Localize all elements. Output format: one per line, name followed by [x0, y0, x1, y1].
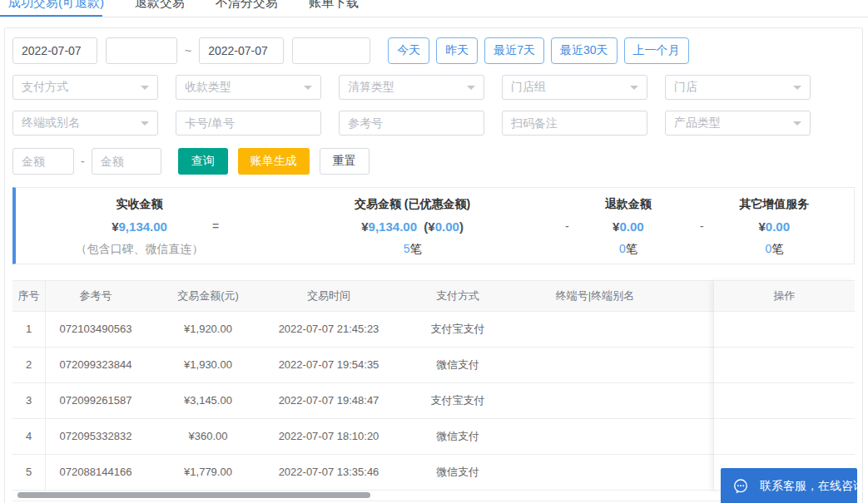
summary-refund-label: 退款金额	[562, 193, 695, 215]
payment-method-select-label: 支付方式	[22, 80, 68, 95]
chevron-down-icon	[630, 86, 638, 90]
card-number-input[interactable]	[176, 111, 321, 136]
tab-refund-trades[interactable]: 退款交易	[135, 0, 185, 16]
summary-minus-sign: -	[565, 215, 569, 238]
header-reference: 参考号	[46, 281, 146, 311]
date-from-input[interactable]	[12, 37, 97, 64]
header-method: 支付方式	[387, 281, 528, 311]
collection-type-select[interactable]: 收款类型	[176, 75, 321, 100]
summary-refund-amount: ¥0.00	[562, 215, 695, 238]
horizontal-scrollbar-thumb[interactable]	[17, 492, 370, 498]
search-button[interactable]: 查询	[178, 148, 228, 175]
filter-row-2: 终端或别名 产品类型	[12, 111, 855, 136]
summary-trade-amount: ¥9,134.00 (¥0.00)	[263, 215, 562, 238]
reference-number-input[interactable]	[339, 111, 484, 136]
store-group-select-label: 门店组	[511, 80, 546, 95]
cell-seq: 3	[12, 383, 46, 418]
chevron-down-icon	[141, 86, 149, 90]
generate-bill-button[interactable]: 账单生成	[238, 148, 310, 175]
product-type-select[interactable]: 产品类型	[665, 111, 811, 136]
summary-refund: 退款金额 ¥0.00 0笔	[562, 193, 695, 259]
tab-bill-download[interactable]: 账单下载	[309, 0, 359, 16]
chevron-down-icon	[304, 86, 312, 90]
chevron-down-icon	[141, 121, 149, 126]
cell-terminal	[528, 419, 662, 454]
cell-time: 2022-07-07 19:54:35	[270, 348, 387, 382]
cell-method: 微信支付	[387, 419, 528, 454]
cell-action	[714, 312, 855, 348]
summary-refund-count: 0笔	[562, 238, 695, 260]
cell-action	[714, 383, 855, 419]
quick-range-7days-button[interactable]: 最近7天	[484, 37, 544, 64]
cell-seq: 1	[12, 312, 46, 347]
amount-min-input[interactable]	[12, 148, 74, 175]
cell-terminal	[528, 312, 662, 347]
cell-method: 微信支付	[387, 455, 528, 490]
tab-bar: 成功交易(可退款) 退款交易 不清分交易 账单下载	[0, 0, 868, 17]
settlement-type-select[interactable]: 清算类型	[339, 75, 484, 100]
summary-trade-label: 交易金额 (已优惠金额)	[263, 193, 562, 215]
summary-received-note: （包含口碑、微信直连）	[16, 238, 263, 260]
cell-time: 2022-07-07 18:10:20	[270, 419, 387, 454]
cell-amount: ¥1,930.00	[146, 348, 270, 382]
tab-success-trades[interactable]: 成功交易(可退款)	[8, 0, 104, 16]
header-action: 操作	[714, 280, 855, 312]
summary-equals-sign: =	[212, 215, 219, 238]
header-amount: 交易金额(元)	[146, 281, 270, 311]
cell-amount: ¥1,779.00	[146, 455, 270, 490]
summary-trade: 交易金额 (已优惠金额) ¥9,134.00 (¥0.00) 5笔	[263, 193, 562, 259]
cell-terminal	[528, 455, 662, 490]
tab-unsettled-trades[interactable]: 不清分交易	[216, 0, 278, 16]
amount-filter-row: - 查询 账单生成 重置	[12, 148, 855, 175]
amount-max-input[interactable]	[92, 148, 161, 175]
cell-reference: 072103490563	[46, 312, 146, 347]
cell-time: 2022-07-07 21:45:23	[270, 312, 387, 347]
summary-other-amount: ¥0.00	[695, 215, 854, 238]
reset-button[interactable]: 重置	[320, 148, 370, 175]
active-tab-underline	[0, 15, 102, 17]
time-from-input[interactable]	[106, 37, 177, 64]
payment-method-select[interactable]: 支付方式	[12, 75, 158, 100]
chevron-down-icon	[467, 86, 475, 90]
cell-reference: 072099323844	[46, 348, 146, 382]
quick-range-yesterday-button[interactable]: 昨天	[436, 37, 478, 64]
cell-method: 微信支付	[387, 348, 528, 382]
summary-other-count: 0笔	[695, 238, 854, 260]
cell-action	[714, 348, 855, 383]
summary-other-services: 其它增值服务 ¥0.00 0笔	[695, 193, 854, 259]
store-group-select[interactable]: 门店组	[502, 75, 647, 100]
contact-support-button[interactable]: 联系客服，在线咨询	[721, 468, 857, 503]
cell-amount: ¥1,920.00	[146, 312, 270, 347]
quick-range-today-button[interactable]: 今天	[388, 37, 429, 64]
filter-row-1: 支付方式 收款类型 清算类型 门店组 门店	[12, 75, 855, 100]
chevron-down-icon	[793, 86, 801, 90]
quick-range-30days-button[interactable]: 最近30天	[551, 37, 618, 64]
scan-remark-input[interactable]	[502, 111, 647, 136]
cell-action	[714, 419, 855, 455]
date-range-separator: ~	[185, 44, 191, 57]
store-select[interactable]: 门店	[665, 75, 811, 100]
quick-range-lastmonth-button[interactable]: 上一个月	[624, 37, 689, 64]
cell-amount: ¥360.00	[146, 419, 270, 454]
collection-type-select-label: 收款类型	[185, 80, 231, 95]
cell-seq: 2	[12, 348, 46, 382]
header-seq: 序号	[12, 281, 46, 311]
summary-received-label: 实收金额	[16, 193, 263, 215]
summary-minus-sign: -	[700, 215, 704, 238]
cell-time: 2022-07-07 19:48:47	[270, 383, 387, 418]
summary-trade-count: 5笔	[263, 238, 562, 260]
summary-received-amount: ¥9,134.00	[16, 215, 263, 238]
summary-bar: 实收金额 ¥9,134.00 （包含口碑、微信直连） 交易金额 (已优惠金额) …	[12, 187, 855, 264]
cell-seq: 5	[12, 455, 46, 490]
terminal-or-alias-select[interactable]: 终端或别名	[12, 111, 158, 136]
date-to-input[interactable]	[199, 37, 284, 64]
query-panel: ~ 今天 昨天 最近7天 最近30天 上一个月 支付方式 收款类型 清算类型 门…	[4, 27, 863, 503]
header-terminal: 终端号|终端别名	[528, 281, 662, 311]
product-type-select-label: 产品类型	[674, 116, 721, 131]
summary-other-label: 其它增值服务	[695, 193, 854, 215]
time-to-input[interactable]	[292, 37, 370, 64]
action-column: 操作	[713, 280, 855, 491]
cell-seq: 4	[12, 419, 46, 454]
header-time: 交易时间	[270, 281, 387, 311]
cell-reference: 072099261587	[46, 383, 146, 418]
